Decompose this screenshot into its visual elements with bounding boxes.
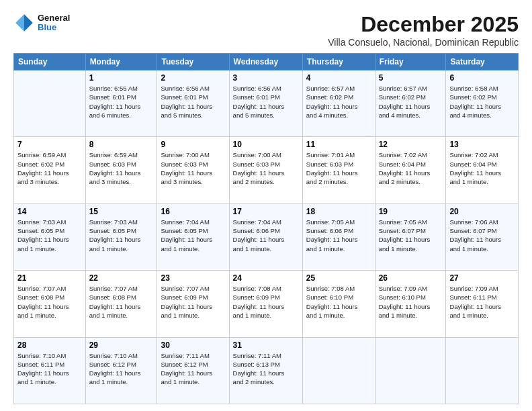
day-info: Sunrise: 6:56 AM Sunset: 6:01 PM Dayligh… <box>161 84 225 120</box>
day-number: 17 <box>233 207 299 216</box>
day-number: 3 <box>233 73 299 83</box>
day-info: Sunrise: 7:08 AM Sunset: 6:09 PM Dayligh… <box>233 284 299 320</box>
table-cell <box>375 337 446 404</box>
day-info: Sunrise: 7:03 AM Sunset: 6:05 PM Dayligh… <box>89 218 154 253</box>
svg-marker-0 <box>24 14 33 32</box>
day-number: 9 <box>161 140 225 149</box>
day-info: Sunrise: 7:05 AM Sunset: 6:06 PM Dayligh… <box>306 218 371 253</box>
day-number: 5 <box>379 73 443 83</box>
table-cell: 12Sunrise: 7:02 AM Sunset: 6:04 PM Dayli… <box>375 137 446 203</box>
table-cell: 21Sunrise: 7:07 AM Sunset: 6:08 PM Dayli… <box>14 271 86 337</box>
day-number: 22 <box>89 273 154 283</box>
week-row-4: 21Sunrise: 7:07 AM Sunset: 6:08 PM Dayli… <box>14 271 519 337</box>
table-cell: 15Sunrise: 7:03 AM Sunset: 6:05 PM Dayli… <box>85 203 157 270</box>
day-number: 6 <box>449 73 515 83</box>
day-info: Sunrise: 7:03 AM Sunset: 6:05 PM Dayligh… <box>17 218 82 253</box>
day-number: 26 <box>379 273 443 283</box>
day-number: 25 <box>306 273 371 283</box>
table-cell: 31Sunrise: 7:11 AM Sunset: 6:13 PM Dayli… <box>229 337 302 404</box>
calendar-table: Sunday Monday Tuesday Wednesday Thursday… <box>13 53 519 404</box>
day-number: 15 <box>89 207 154 216</box>
table-cell: 19Sunrise: 7:05 AM Sunset: 6:07 PM Dayli… <box>375 203 446 270</box>
table-cell: 23Sunrise: 7:07 AM Sunset: 6:09 PM Dayli… <box>157 271 229 337</box>
logo-text: General Blue <box>38 13 70 33</box>
table-cell <box>302 337 375 404</box>
day-number: 29 <box>89 340 154 350</box>
day-number: 18 <box>306 207 371 216</box>
table-cell: 1Sunrise: 6:55 AM Sunset: 6:01 PM Daylig… <box>85 71 157 137</box>
title-block: December 2025 Villa Consuelo, Nacional, … <box>328 12 519 48</box>
day-number: 1 <box>89 73 154 83</box>
day-info: Sunrise: 7:07 AM Sunset: 6:08 PM Dayligh… <box>89 284 154 320</box>
table-cell: 25Sunrise: 7:08 AM Sunset: 6:10 PM Dayli… <box>302 271 375 337</box>
day-info: Sunrise: 7:11 AM Sunset: 6:13 PM Dayligh… <box>233 351 299 387</box>
day-info: Sunrise: 6:56 AM Sunset: 6:01 PM Dayligh… <box>233 84 299 120</box>
table-cell: 18Sunrise: 7:05 AM Sunset: 6:06 PM Dayli… <box>302 203 375 270</box>
location-title: Villa Consuelo, Nacional, Dominican Repu… <box>328 37 519 48</box>
day-number: 16 <box>161 207 225 216</box>
day-info: Sunrise: 6:57 AM Sunset: 6:02 PM Dayligh… <box>306 84 371 120</box>
day-info: Sunrise: 7:09 AM Sunset: 6:10 PM Dayligh… <box>379 284 443 320</box>
table-cell: 7Sunrise: 6:59 AM Sunset: 6:02 PM Daylig… <box>14 137 86 203</box>
table-cell: 17Sunrise: 7:04 AM Sunset: 6:06 PM Dayli… <box>229 203 302 270</box>
day-info: Sunrise: 7:01 AM Sunset: 6:03 PM Dayligh… <box>306 150 371 186</box>
table-cell: 10Sunrise: 7:00 AM Sunset: 6:03 PM Dayli… <box>229 137 302 203</box>
day-info: Sunrise: 6:58 AM Sunset: 6:02 PM Dayligh… <box>449 84 515 120</box>
table-cell: 27Sunrise: 7:09 AM Sunset: 6:11 PM Dayli… <box>446 271 519 337</box>
day-number: 12 <box>379 140 443 149</box>
day-number: 30 <box>161 340 225 350</box>
month-title: December 2025 <box>328 12 519 37</box>
day-number: 23 <box>161 273 225 283</box>
day-info: Sunrise: 7:05 AM Sunset: 6:07 PM Dayligh… <box>379 218 443 253</box>
day-number: 13 <box>449 140 515 149</box>
day-number: 10 <box>233 140 299 149</box>
col-friday: Friday <box>375 54 446 71</box>
day-info: Sunrise: 7:04 AM Sunset: 6:05 PM Dayligh… <box>161 218 225 253</box>
logo: General Blue <box>13 12 70 34</box>
week-row-1: 1Sunrise: 6:55 AM Sunset: 6:01 PM Daylig… <box>14 71 519 137</box>
table-cell: 14Sunrise: 7:03 AM Sunset: 6:05 PM Dayli… <box>14 203 86 270</box>
table-cell: 8Sunrise: 6:59 AM Sunset: 6:03 PM Daylig… <box>85 137 157 203</box>
day-info: Sunrise: 7:09 AM Sunset: 6:11 PM Dayligh… <box>449 284 515 320</box>
table-cell: 24Sunrise: 7:08 AM Sunset: 6:09 PM Dayli… <box>229 271 302 337</box>
week-row-5: 28Sunrise: 7:10 AM Sunset: 6:11 PM Dayli… <box>14 337 519 404</box>
day-number: 2 <box>161 73 225 83</box>
day-number: 11 <box>306 140 371 149</box>
table-cell <box>446 337 519 404</box>
day-number: 21 <box>17 273 82 283</box>
day-info: Sunrise: 7:07 AM Sunset: 6:09 PM Dayligh… <box>161 284 225 320</box>
header-row: Sunday Monday Tuesday Wednesday Thursday… <box>14 54 519 71</box>
day-number: 4 <box>306 73 371 83</box>
svg-marker-1 <box>15 14 24 32</box>
table-cell: 22Sunrise: 7:07 AM Sunset: 6:08 PM Dayli… <box>85 271 157 337</box>
day-number: 8 <box>89 140 154 149</box>
day-number: 24 <box>233 273 299 283</box>
day-info: Sunrise: 7:00 AM Sunset: 6:03 PM Dayligh… <box>161 150 225 186</box>
day-info: Sunrise: 6:59 AM Sunset: 6:03 PM Dayligh… <box>89 150 154 186</box>
table-cell: 4Sunrise: 6:57 AM Sunset: 6:02 PM Daylig… <box>302 71 375 137</box>
day-info: Sunrise: 7:10 AM Sunset: 6:11 PM Dayligh… <box>17 351 82 387</box>
day-info: Sunrise: 7:11 AM Sunset: 6:12 PM Dayligh… <box>161 351 225 387</box>
day-info: Sunrise: 6:57 AM Sunset: 6:02 PM Dayligh… <box>379 84 443 120</box>
day-number: 20 <box>449 207 515 216</box>
table-cell: 28Sunrise: 7:10 AM Sunset: 6:11 PM Dayli… <box>14 337 86 404</box>
table-cell: 30Sunrise: 7:11 AM Sunset: 6:12 PM Dayli… <box>157 337 229 404</box>
day-info: Sunrise: 7:00 AM Sunset: 6:03 PM Dayligh… <box>233 150 299 186</box>
table-cell: 6Sunrise: 6:58 AM Sunset: 6:02 PM Daylig… <box>446 71 519 137</box>
day-number: 19 <box>379 207 443 216</box>
day-number: 27 <box>449 273 515 283</box>
table-cell: 9Sunrise: 7:00 AM Sunset: 6:03 PM Daylig… <box>157 137 229 203</box>
day-info: Sunrise: 7:04 AM Sunset: 6:06 PM Dayligh… <box>233 218 299 253</box>
table-cell: 5Sunrise: 6:57 AM Sunset: 6:02 PM Daylig… <box>375 71 446 137</box>
col-saturday: Saturday <box>446 54 519 71</box>
week-row-2: 7Sunrise: 6:59 AM Sunset: 6:02 PM Daylig… <box>14 137 519 203</box>
week-row-3: 14Sunrise: 7:03 AM Sunset: 6:05 PM Dayli… <box>14 203 519 270</box>
table-cell: 2Sunrise: 6:56 AM Sunset: 6:01 PM Daylig… <box>157 71 229 137</box>
day-info: Sunrise: 6:55 AM Sunset: 6:01 PM Dayligh… <box>89 84 154 120</box>
table-cell: 29Sunrise: 7:10 AM Sunset: 6:12 PM Dayli… <box>85 337 157 404</box>
day-number: 31 <box>233 340 299 350</box>
table-cell: 3Sunrise: 6:56 AM Sunset: 6:01 PM Daylig… <box>229 71 302 137</box>
day-info: Sunrise: 7:02 AM Sunset: 6:04 PM Dayligh… <box>379 150 443 186</box>
logo-icon <box>13 12 35 34</box>
col-monday: Monday <box>85 54 157 71</box>
